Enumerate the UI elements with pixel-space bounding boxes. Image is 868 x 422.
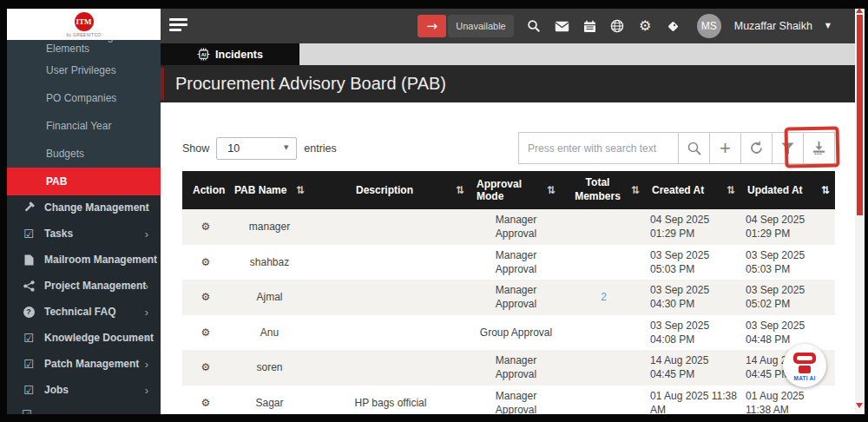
sidebar-item-tasks[interactable]: ☑ Tasks › — [7, 221, 161, 247]
sort-icon[interactable]: ⇅ — [727, 185, 735, 195]
mati-ai-label: MATI AI — [794, 375, 816, 381]
chevron-right-icon: › — [145, 306, 148, 319]
cell-pab-name: Sagar — [227, 386, 310, 415]
table-row: ⚙ manager Manager Approval 04 Sep 2025 0… — [182, 209, 835, 245]
cell-description — [310, 350, 470, 386]
availability-group: → Unavailable — [418, 15, 513, 37]
logo-tagline: by GREENITCO — [67, 32, 102, 37]
cell-total-members — [561, 315, 645, 351]
cell-description: HP bags official — [310, 386, 470, 415]
chevron-right-icon: › — [145, 280, 148, 293]
col-description[interactable]: Description⇅ — [310, 171, 470, 209]
filter-button[interactable] — [772, 132, 804, 164]
table-row: ⚙ shahbaz Manager Approval 03 Sep 2025 0… — [182, 245, 835, 280]
col-approval-mode[interactable]: Approval Mode⇅ — [470, 171, 561, 209]
cell-approval-mode: Manager Approval — [470, 350, 561, 386]
scrollbar-down-arrow[interactable] — [856, 403, 863, 408]
table-row: ⚙ soren Manager Approval 14 Aug 2025 04:… — [182, 350, 835, 386]
arrow-right-button[interactable]: → — [418, 15, 446, 37]
search-icon[interactable] — [527, 19, 542, 34]
sidebar-item-label: Change Management — [44, 201, 149, 214]
availability-status-button[interactable]: Unavailable — [448, 15, 513, 37]
sidebar-item-knowledge-document[interactable]: ☑ Knowledge Document › — [7, 325, 161, 351]
cell-total-members — [561, 350, 645, 386]
sidebar-item-technical-faq[interactable]: ? Technical FAQ › — [7, 299, 161, 325]
page-title-bar: Procurement Advisory Board (PAB) — [161, 65, 861, 102]
clipped-menu-icon: ☑ — [22, 409, 32, 414]
mati-ai-widget[interactable]: MATI AI — [783, 344, 826, 387]
cell-created-at: 04 Sep 2025 01:29 PM — [645, 209, 740, 245]
col-pab-name[interactable]: PAB Name⇅ — [227, 171, 310, 209]
sidebar-item-custom-charges-elements[interactable]: Custom Charges Elements — [7, 40, 161, 56]
main-content: Show 10 ▼ entries + — [161, 102, 861, 414]
table-row: ⚙ Sagar HP bags official Manager Approva… — [182, 386, 835, 415]
vertical-scrollbar-thumb[interactable] — [857, 15, 863, 215]
sidebar-item-financial-year[interactable]: Financial Year — [7, 112, 161, 140]
sidebar-item-pab[interactable]: PAB — [7, 168, 161, 195]
row-action-gear-icon[interactable]: ⚙ — [182, 315, 227, 351]
cell-pab-name: manager — [227, 209, 310, 245]
col-updated-at[interactable]: Updated At⇅ — [740, 171, 835, 209]
window-frame: ITM by GREENITCO → Unavailable ⚙ — [0, 0, 868, 422]
sidebar-item-change-management[interactable]: Change Management › — [7, 195, 161, 221]
cell-approval-mode: Manager Approval — [470, 209, 561, 245]
cell-description — [310, 209, 470, 245]
svg-text:AI: AI — [201, 52, 207, 57]
tag-icon[interactable] — [666, 19, 681, 34]
row-action-gear-icon[interactable]: ⚙ — [182, 209, 227, 245]
row-action-gear-icon[interactable]: ⚙ — [182, 386, 227, 415]
checkbox-icon: ☑ — [22, 385, 36, 396]
sidebar-item-mailroom-management[interactable]: Mailroom Management › — [7, 247, 161, 273]
show-label: Show — [182, 142, 209, 155]
app-logo[interactable]: ITM by GREENITCO — [7, 9, 161, 40]
sidebar-submenu: Custom Charges Elements User Privileges … — [7, 40, 161, 195]
settings-gear-icon[interactable]: ⚙ — [638, 19, 653, 34]
cell-updated-at: 03 Sep 2025 05:03 PM — [740, 245, 835, 280]
cell-created-at: 03 Sep 2025 04:30 PM — [645, 280, 740, 315]
cell-approval-mode: Group Approval — [470, 315, 561, 351]
cell-approval-mode: Manager Approval — [470, 386, 561, 415]
row-action-gear-icon[interactable]: ⚙ — [182, 280, 227, 315]
sort-icon[interactable]: ⇅ — [296, 185, 305, 195]
col-total-members[interactable]: Total Members⇅ — [561, 171, 645, 209]
scrollbar-up-arrow[interactable] — [856, 8, 863, 13]
user-avatar[interactable]: MS — [697, 14, 721, 38]
sidebar-item-user-privileges[interactable]: User Privileges — [7, 56, 161, 84]
chevron-right-icon: › — [145, 358, 148, 371]
user-menu-caret-icon[interactable]: ▼ — [825, 23, 831, 30]
refresh-button[interactable] — [740, 132, 773, 164]
globe-icon[interactable] — [610, 19, 625, 34]
row-action-gear-icon[interactable]: ⚙ — [182, 245, 227, 280]
tab-incidents[interactable]: AI Incidents — [161, 43, 299, 65]
sort-icon[interactable]: ⇅ — [631, 185, 640, 195]
sort-icon[interactable]: ⇅ — [547, 185, 556, 195]
sidebar-item-label: Patch Management — [44, 358, 139, 370]
sidebar-item-label: Project Management — [44, 280, 146, 292]
tools-icon — [22, 201, 36, 214]
sidebar-item-patch-management[interactable]: ☑ Patch Management › — [7, 351, 161, 377]
mail-icon[interactable] — [555, 19, 569, 34]
search-input[interactable] — [518, 132, 679, 164]
sidebar-toggle-icon[interactable] — [169, 18, 195, 34]
sort-icon-active[interactable]: ⇅ — [821, 185, 830, 195]
sidebar-item-budgets[interactable]: Budgets — [7, 140, 161, 168]
search-button[interactable] — [678, 132, 710, 164]
cell-total-members — [561, 386, 645, 415]
sort-icon[interactable]: ⇅ — [456, 185, 464, 195]
page-size-select[interactable]: 10 ▼ — [216, 137, 297, 160]
title-accent-bar — [161, 68, 164, 100]
calendar-icon[interactable] — [582, 19, 597, 34]
cell-updated-at: 01 Aug 2025 11:38 AM — [740, 386, 835, 415]
cell-created-at: 03 Sep 2025 05:03 PM — [645, 245, 740, 280]
checkbox-icon: ☑ — [22, 333, 36, 344]
add-button[interactable]: + — [709, 132, 741, 164]
page-size-controls: Show 10 ▼ entries — [182, 137, 337, 160]
download-export-button[interactable] — [803, 132, 835, 164]
sidebar-item-jobs[interactable]: ☑ Jobs › — [7, 377, 161, 403]
row-action-gear-icon[interactable]: ⚙ — [182, 350, 227, 386]
sidebar-item-po-companies[interactable]: PO Companies — [7, 84, 161, 112]
sidebar-item-project-management[interactable]: Project Management › — [7, 273, 161, 299]
col-created-at[interactable]: Created At⇅ — [645, 171, 740, 209]
cell-total-members — [561, 245, 645, 280]
total-members-link[interactable]: 2 — [601, 291, 607, 303]
